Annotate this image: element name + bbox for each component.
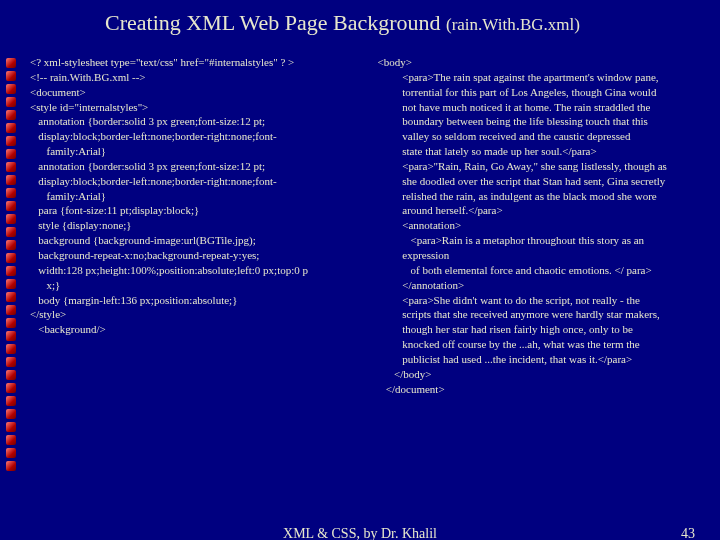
bullet-icon <box>6 214 16 224</box>
bullet-icon <box>6 331 16 341</box>
bullet-icon <box>6 162 16 172</box>
bullet-icon <box>6 435 16 445</box>
bullet-icon <box>6 396 16 406</box>
bullet-icon <box>6 279 16 289</box>
bullet-icon <box>6 370 16 380</box>
bullet-icon <box>6 227 16 237</box>
bullet-icon <box>6 383 16 393</box>
bullet-icon <box>6 175 16 185</box>
bullet-icon <box>6 71 16 81</box>
bullet-icon <box>6 461 16 471</box>
code-right-column: <body> <para>The rain spat against the a… <box>378 55 701 396</box>
bullet-icon <box>6 422 16 432</box>
bullet-icon <box>6 357 16 367</box>
page-number: 43 <box>681 526 695 540</box>
bullet-icon <box>6 292 16 302</box>
bullet-icon <box>6 318 16 328</box>
bullet-icon <box>6 409 16 419</box>
bullet-icon <box>6 266 16 276</box>
footer-author: XML & CSS, by Dr. Khalil <box>283 526 437 540</box>
bullet-icon <box>6 149 16 159</box>
bullet-icon <box>6 201 16 211</box>
slide-content: <? xml-stylesheet type="text/css" href="… <box>30 55 700 396</box>
bullet-icon <box>6 240 16 250</box>
bullet-icon <box>6 123 16 133</box>
bullet-icon <box>6 97 16 107</box>
decorative-bullets <box>6 58 16 471</box>
bullet-icon <box>6 305 16 315</box>
bullet-icon <box>6 136 16 146</box>
bullet-icon <box>6 344 16 354</box>
bullet-icon <box>6 110 16 120</box>
title-main: Creating XML Web Page Background <box>105 10 446 35</box>
bullet-icon <box>6 448 16 458</box>
bullet-icon <box>6 188 16 198</box>
code-left-column: <? xml-stylesheet type="text/css" href="… <box>30 55 353 396</box>
slide-title: Creating XML Web Page Background (rain.W… <box>105 10 700 36</box>
bullet-icon <box>6 84 16 94</box>
title-sub: (rain.With.BG.xml) <box>446 15 580 34</box>
bullet-icon <box>6 58 16 68</box>
bullet-icon <box>6 253 16 263</box>
